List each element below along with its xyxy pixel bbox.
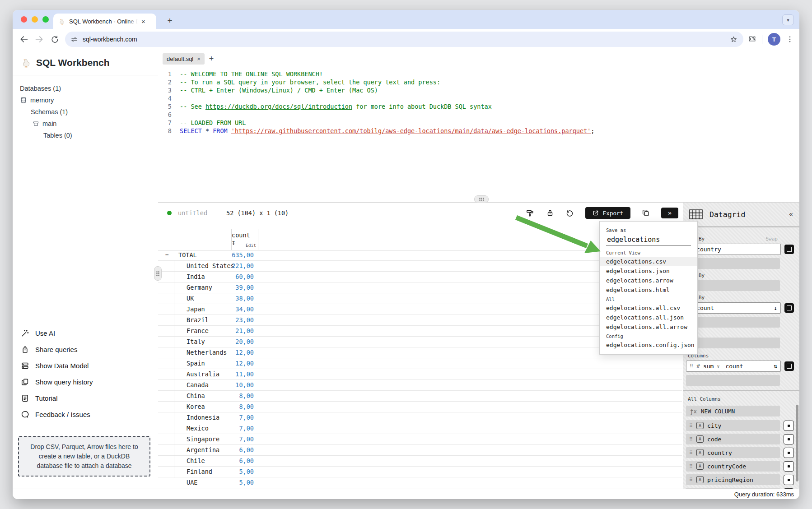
editor-tab-default-sql[interactable]: default.sql × — [163, 53, 205, 65]
drag-handle-icon[interactable]: ⠿ — [690, 363, 693, 369]
table-row[interactable]: Korea8,00 — [158, 402, 682, 412]
code-line[interactable]: 8SELECT * FROM 'https://raw.githubuserco… — [158, 127, 799, 135]
lock-icon[interactable] — [546, 208, 555, 217]
more-actions-button[interactable]: » — [661, 208, 678, 218]
tree-databases[interactable]: Databases (1) — [13, 83, 158, 94]
sort-desc-icon[interactable]: ↧ — [232, 239, 235, 246]
order-by-toggle-button[interactable] — [784, 303, 794, 313]
chevron-down-icon[interactable]: ∨ — [717, 364, 719, 369]
where-drop-slot[interactable] — [686, 338, 780, 348]
column-config-input[interactable]: ⠿ # sum ∨ count ⇅ — [686, 361, 781, 372]
add-editor-tab-button[interactable]: + — [209, 54, 214, 64]
sidebar-menu-item-show-data-model[interactable]: Show Data Model — [13, 357, 158, 374]
table-row[interactable]: Mexico7,00 — [158, 423, 682, 434]
split-by-drop-slot[interactable] — [686, 280, 780, 291]
vertical-resize-handle[interactable] — [154, 266, 162, 281]
columns-drop-slot[interactable] — [686, 375, 780, 386]
new-column-button[interactable]: ƒx NEW COLUMN — [686, 406, 780, 416]
theme-paint-roller-icon[interactable] — [526, 208, 535, 217]
sidebar-menu-item-tutorial[interactable]: Tutorial — [13, 390, 158, 406]
group-by-input[interactable]: ⠿ country — [686, 244, 781, 255]
column-item-pricingRegion[interactable]: ⠿ApricingRegion — [686, 474, 780, 485]
column-item-countryCode[interactable]: ⠿AcountryCode — [686, 461, 780, 472]
collapse-panel-icon[interactable]: « — [789, 210, 793, 218]
column-item-country[interactable]: ⠿Acountry — [686, 447, 780, 458]
site-settings-icon[interactable] — [70, 36, 78, 43]
sidebar-menu-item-share-queries[interactable]: Share queries — [13, 341, 158, 357]
order-by-input[interactable]: ⠿ count ↧ — [686, 302, 781, 314]
column-toggle-button[interactable] — [784, 361, 794, 371]
export-menu-item[interactable]: edgelocations.arrow — [600, 276, 697, 285]
table-row[interactable]: Chile6,00 — [158, 456, 682, 467]
table-row[interactable]: Indonesia7,00 — [158, 412, 682, 423]
maximize-window-button[interactable] — [42, 16, 49, 23]
swap-label[interactable]: Swap — [766, 236, 778, 242]
horizontal-resize-handle[interactable] — [474, 195, 489, 203]
file-dropzone[interactable]: Drop CSV, Parquet, Arrow files here to c… — [18, 436, 150, 477]
extensions-icon[interactable] — [748, 35, 756, 44]
table-row[interactable]: Australia11,00 — [158, 369, 682, 380]
code-line[interactable]: 6 — [158, 111, 799, 119]
tab-search-chevron-icon[interactable]: ▾ — [782, 14, 794, 25]
code-line[interactable]: 2-- To run a SQL query in your browser, … — [158, 78, 799, 86]
export-menu-item[interactable]: edgelocations.all.arrow — [600, 322, 697, 332]
new-tab-button[interactable]: + — [163, 14, 176, 27]
export-menu-item[interactable]: edgelocations.html — [600, 285, 697, 295]
group-by-drop-slot[interactable] — [686, 258, 780, 269]
drag-handle-icon[interactable]: ⠿ — [689, 477, 693, 483]
export-menu-item[interactable]: edgelocations.all.json — [600, 313, 697, 322]
collapse-total-icon[interactable]: − — [165, 251, 169, 258]
export-menu-item[interactable]: edgelocations.csv — [600, 257, 697, 266]
profile-avatar[interactable]: T — [768, 33, 780, 46]
drag-handle-icon[interactable]: ⠿ — [689, 463, 693, 469]
reset-undo-icon[interactable] — [565, 208, 574, 217]
column-visibility-button[interactable] — [784, 434, 794, 444]
code-line[interactable]: 3-- CTRL + Enter (Windows/Linux) / CMD +… — [158, 86, 799, 94]
drag-handle-icon[interactable]: ⠿ — [689, 436, 693, 442]
order-by-drop-slot[interactable] — [686, 317, 780, 328]
table-row[interactable]: Argentina6,00 — [158, 445, 682, 456]
close-window-button[interactable] — [21, 16, 27, 23]
table-row[interactable]: Canada10,00 — [158, 380, 682, 391]
table-row[interactable]: UAE5,00 — [158, 477, 682, 488]
export-menu-item[interactable]: edgelocations.config.json — [600, 340, 697, 350]
drag-handle-icon[interactable]: ⠿ — [689, 423, 693, 429]
tree-main[interactable]: main — [13, 118, 158, 130]
export-menu-item[interactable]: edgelocations.all.csv — [600, 303, 697, 313]
url-text[interactable]: sql-workbench.com — [83, 36, 729, 43]
table-row[interactable]: Spain12,00 — [158, 358, 682, 369]
count-column-header[interactable]: count ↧ Edit — [231, 229, 258, 250]
tree-schemas[interactable]: Schemas (1) — [13, 106, 158, 118]
tab-close-icon[interactable]: × — [141, 18, 145, 25]
url-bar[interactable]: sql-workbench.com — [65, 32, 743, 47]
browser-tab[interactable]: SQL Workbench - Online Dat × — [53, 14, 156, 29]
code-line[interactable]: 5-- See https://duckdb.org/docs/sql/intr… — [158, 102, 799, 111]
bookmark-star-icon[interactable] — [729, 35, 738, 44]
column-item-city[interactable]: ⠿Acity — [686, 420, 780, 431]
minimize-window-button[interactable] — [32, 16, 38, 23]
sql-editor[interactable]: default.sql × + 1-- WELCOME TO THE ONLIN… — [158, 50, 799, 202]
sidebar-menu-item-use-ai[interactable]: Use AI — [13, 325, 158, 341]
back-button[interactable] — [16, 32, 32, 47]
menu-dots-icon[interactable] — [786, 35, 794, 43]
table-row[interactable]: China8,00 — [158, 391, 682, 402]
forward-button[interactable] — [32, 32, 47, 47]
code-area[interactable]: 1-- WELCOME TO THE ONLINE SQL WORKBENCH!… — [158, 70, 799, 135]
tree-memory[interactable]: memory — [13, 94, 158, 106]
panel-scrollbar[interactable] — [796, 405, 798, 481]
sidebar-menu-item-show-query-history[interactable]: Show query history — [13, 374, 158, 390]
column-visibility-button[interactable] — [784, 448, 794, 458]
sort-updown-icon[interactable]: ⇅ — [774, 363, 777, 370]
close-editor-tab-icon[interactable]: × — [197, 56, 201, 62]
copy-icon[interactable] — [641, 208, 650, 217]
code-line[interactable]: 7-- LOADED FROM URL — [158, 119, 799, 127]
reload-button[interactable] — [47, 32, 62, 47]
column-visibility-button[interactable] — [784, 421, 794, 431]
table-row[interactable]: Finland5,00 — [158, 467, 682, 477]
filename-input[interactable]: edgelocations — [606, 235, 691, 245]
export-menu-item[interactable]: edgelocations.json — [600, 266, 697, 276]
sidebar-menu-item-feedback-issues[interactable]: Feedback / Issues — [13, 406, 158, 422]
column-item-code[interactable]: ⠿Acode — [686, 434, 780, 444]
table-row[interactable]: Singapore7,00 — [158, 434, 682, 445]
export-button[interactable]: Export — [585, 207, 630, 219]
